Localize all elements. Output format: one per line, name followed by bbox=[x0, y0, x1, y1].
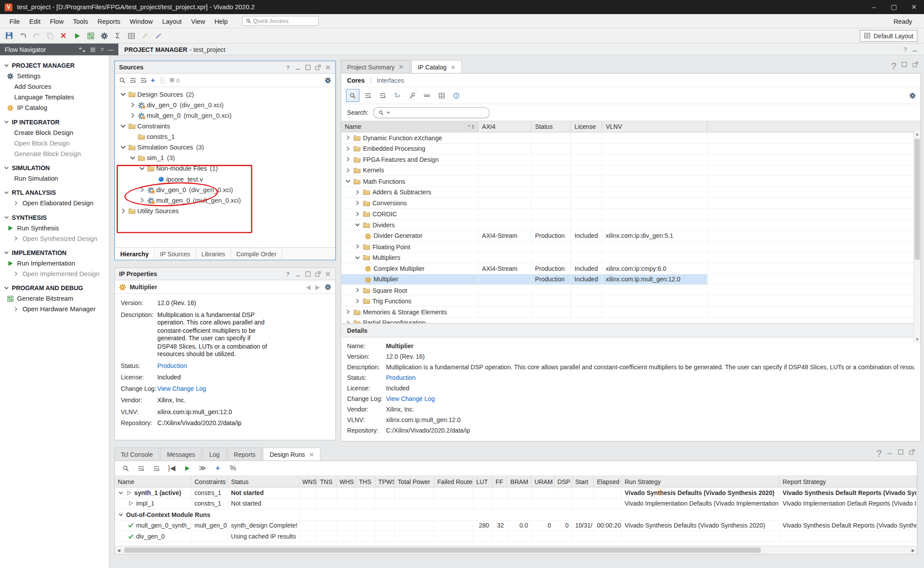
column-status[interactable]: Status bbox=[228, 476, 299, 487]
minimize-button[interactable]: – bbox=[864, 0, 884, 14]
quick-access-search[interactable]: Quick Access bbox=[242, 16, 319, 26]
sources-panel-header[interactable]: Sources ? bbox=[115, 61, 335, 73]
column-dsp[interactable]: DSP bbox=[554, 476, 572, 487]
column-uram[interactable]: URAM bbox=[532, 476, 554, 487]
catalog-row[interactable]: Dynamic Function eXchange bbox=[341, 132, 920, 143]
float-icon[interactable] bbox=[912, 61, 919, 68]
tree-item-simulation-sources[interactable]: Simulation Sources(3) bbox=[115, 142, 335, 153]
catalog-row[interactable]: Square Root bbox=[341, 285, 920, 296]
info-button[interactable] bbox=[450, 90, 462, 102]
column-lut[interactable]: LUT bbox=[473, 476, 492, 487]
status-link[interactable]: Production bbox=[158, 362, 187, 370]
sidebar-item-language-templates[interactable]: Language Templates bbox=[0, 92, 109, 102]
menu-help[interactable]: Help bbox=[210, 15, 233, 26]
sidebar-item-open-implemented-design[interactable]: Open Implemented Design bbox=[0, 269, 109, 279]
section-program-and-debug[interactable]: PROGRAM AND DEBUG bbox=[0, 282, 109, 293]
hierarchy-view-button[interactable] bbox=[391, 90, 403, 102]
add-sources-icon[interactable]: + bbox=[151, 76, 155, 84]
run-row-ooc-group[interactable]: Out-of-Context Module Runs bbox=[115, 509, 917, 520]
catalog-row[interactable]: Dividers bbox=[341, 220, 920, 231]
sidebar-item-run-synthesis[interactable]: Run Synthesis bbox=[0, 222, 109, 233]
expand-all-button[interactable] bbox=[377, 90, 389, 102]
forward-arrow-icon[interactable]: ▶ bbox=[315, 283, 320, 291]
column-report-strategy[interactable]: Report Strategy bbox=[780, 476, 917, 487]
catalog-row[interactable]: Adders & Subtracters bbox=[341, 187, 920, 198]
reports-sigma-button[interactable]: Σ bbox=[111, 30, 124, 42]
sidebar-item-generate-bitstream[interactable]: Generate Bitstream bbox=[0, 293, 109, 304]
expand-all-icon[interactable] bbox=[140, 77, 147, 84]
customize-ip-button[interactable] bbox=[406, 90, 418, 102]
run-row-div-gen[interactable]: div_gen_0 Using cached IP results bbox=[115, 531, 917, 542]
column-elapsed[interactable]: Elapsed bbox=[594, 476, 622, 487]
sidebar-item-ip-catalog[interactable]: IP Catalog bbox=[0, 102, 109, 113]
settings-gear-icon[interactable] bbox=[325, 284, 331, 291]
program-device-button[interactable] bbox=[84, 30, 97, 42]
sidebar-item-open-hardware-manager[interactable]: Open Hardware Manager bbox=[0, 304, 109, 314]
column-tpws[interactable]: TPWS bbox=[375, 476, 395, 487]
tab-libraries[interactable]: Libraries bbox=[196, 248, 231, 260]
run-row-mult-gen-synth[interactable]: mult_gen_0_synth_1 mult_gen_0 synth_desi… bbox=[115, 520, 917, 531]
column-start[interactable]: Start bbox=[572, 476, 594, 487]
tree-item-constraints[interactable]: Constraints bbox=[115, 121, 335, 131]
sidebar-item-run-simulation[interactable]: Run Simulation bbox=[0, 173, 109, 184]
menu-window[interactable]: Window bbox=[125, 15, 158, 26]
wizard-button[interactable] bbox=[152, 30, 165, 42]
layout-selector[interactable]: Default Layout bbox=[860, 30, 917, 42]
help-icon[interactable]: ? bbox=[285, 64, 291, 70]
expand-all-button[interactable] bbox=[150, 462, 163, 474]
tree-item-mult-gen[interactable]: mult_gen_0(mult_gen_0.xci) bbox=[115, 110, 335, 120]
run-row-impl-1[interactable]: impl_1 constrs_1 Not started Vivado Impl… bbox=[115, 499, 917, 510]
catalog-row-multiplier-selected[interactable]: Multiplier ProductionIncludedxilinx.com:… bbox=[341, 274, 920, 285]
tree-item-constrs-1[interactable]: constrs_1 bbox=[115, 131, 335, 142]
catalog-row[interactable]: Math Functions bbox=[341, 176, 920, 187]
tab-design-runs[interactable]: Design Runs✕ bbox=[263, 448, 321, 461]
redo-button[interactable] bbox=[30, 30, 42, 42]
catalog-row[interactable]: Partial Reconfiguration bbox=[341, 318, 920, 324]
collapse-all-button[interactable] bbox=[135, 462, 147, 474]
table-view-button[interactable] bbox=[436, 90, 448, 102]
menu-tools[interactable]: Tools bbox=[68, 15, 93, 26]
tab-ip-catalog[interactable]: IP Catalog✕ bbox=[411, 60, 462, 74]
float-icon[interactable] bbox=[315, 270, 321, 277]
catalog-row[interactable]: Trig Functions bbox=[341, 296, 920, 307]
edit-button[interactable] bbox=[139, 30, 151, 42]
scrollbar-thumb[interactable] bbox=[915, 139, 920, 260]
scroll-up-arrow[interactable]: ▲ bbox=[914, 131, 920, 137]
scroll-left-arrow[interactable]: ◀ bbox=[115, 546, 122, 554]
catalog-search-input[interactable] bbox=[373, 107, 490, 118]
sidebar-item-add-sources[interactable]: Add Sources bbox=[0, 81, 109, 92]
catalog-row[interactable]: Kernels bbox=[341, 165, 920, 176]
column-ff[interactable]: FF bbox=[493, 476, 507, 487]
collapse-icon[interactable]: — bbox=[108, 46, 114, 53]
help-icon[interactable]: ? bbox=[285, 270, 291, 277]
menu-file[interactable]: File bbox=[5, 15, 25, 26]
percentage-toggle-button[interactable]: % bbox=[227, 462, 239, 474]
settings-gear-icon[interactable] bbox=[325, 77, 331, 84]
subtab-interfaces[interactable]: Interfaces bbox=[377, 76, 404, 84]
column-ths[interactable]: THS bbox=[356, 476, 375, 487]
search-button[interactable] bbox=[346, 89, 359, 102]
scroll-down-arrow[interactable]: ▼ bbox=[914, 336, 920, 343]
column-run-strategy[interactable]: Run Strategy bbox=[622, 476, 780, 487]
menu-layout[interactable]: Layout bbox=[158, 15, 187, 26]
save-button[interactable] bbox=[3, 30, 15, 42]
section-simulation[interactable]: SIMULATION bbox=[0, 162, 109, 173]
back-arrow-icon[interactable]: ◀ bbox=[306, 283, 311, 291]
section-synthesis[interactable]: SYNTHESIS bbox=[0, 211, 109, 222]
copy-button[interactable] bbox=[44, 30, 56, 42]
help-icon[interactable]: ? bbox=[891, 61, 896, 72]
column-vlnv[interactable]: VLNV bbox=[602, 121, 708, 132]
sidebar-item-open-block-design[interactable]: Open Block Design bbox=[0, 138, 109, 148]
catalog-row-divider-generator[interactable]: Divider Generator AXI4-StreamProductionI… bbox=[341, 230, 920, 241]
catalog-row[interactable]: Multipliers bbox=[341, 252, 920, 263]
section-rtl-analysis[interactable]: RTL ANALYSIS bbox=[0, 187, 109, 198]
close-button[interactable]: ✕ bbox=[904, 0, 924, 14]
sidebar-item-run-implementation[interactable]: Run Implementation bbox=[0, 258, 109, 269]
sidebar-item-create-block-design[interactable]: Create Block Design bbox=[0, 127, 109, 138]
menu-edit[interactable]: Edit bbox=[25, 15, 45, 26]
edit-file-icon[interactable] bbox=[159, 77, 166, 84]
minimize-icon[interactable] bbox=[295, 64, 301, 70]
column-failed-routes[interactable]: Failed Routes bbox=[434, 476, 473, 487]
collapse-all-button[interactable] bbox=[362, 90, 374, 102]
subtab-cores[interactable]: Cores bbox=[347, 76, 365, 84]
